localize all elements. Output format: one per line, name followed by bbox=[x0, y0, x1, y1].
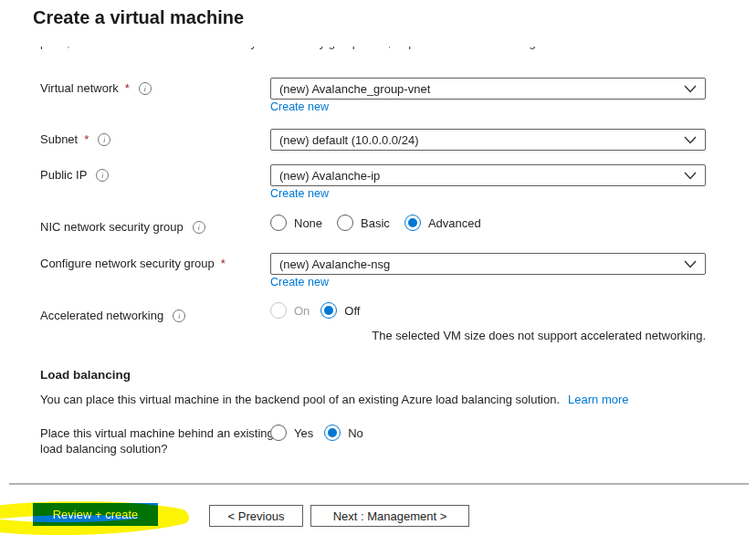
radio-icon[interactable] bbox=[270, 425, 287, 441]
radio-option-advanced[interactable]: Advanced bbox=[404, 215, 481, 231]
radio-icon-disabled bbox=[270, 302, 287, 319]
next-management-button[interactable]: Next : Management > bbox=[310, 505, 469, 527]
info-icon[interactable]: i bbox=[98, 133, 110, 146]
intro-clipped-text: ports, inbound and outbound connectivity… bbox=[40, 47, 698, 53]
page-title: Create a virtual machine bbox=[33, 7, 244, 28]
radio-icon-selected[interactable] bbox=[404, 215, 421, 231]
accelerated-networking-note: The selected VM size does not support ac… bbox=[270, 329, 706, 342]
radio-option-none[interactable]: None bbox=[270, 215, 322, 231]
chevron-down-icon bbox=[684, 172, 697, 180]
public-ip-create-new-link[interactable]: Create new bbox=[270, 187, 329, 200]
load-balancing-question: Place this virtual machine behind an exi… bbox=[40, 425, 276, 456]
load-balancing-description: You can place this virtual machine in th… bbox=[40, 393, 629, 406]
footer-divider bbox=[9, 483, 749, 485]
public-ip-label: Public IPi bbox=[40, 168, 109, 182]
required-asterisk: * bbox=[125, 81, 130, 95]
radio-icon-selected[interactable] bbox=[320, 302, 337, 319]
public-ip-dropdown[interactable]: (new) Avalanche-ip bbox=[270, 164, 706, 186]
create-vm-page: Create a virtual machine ports, inbound … bbox=[0, 0, 756, 535]
configure-nsg-label: Configure network security group* bbox=[40, 257, 226, 270]
accelerated-networking-radio-group: On Off bbox=[270, 302, 374, 319]
chevron-down-icon bbox=[684, 260, 697, 268]
load-balancing-radio-group: Yes No bbox=[270, 425, 378, 441]
virtual-network-create-new-link[interactable]: Create new bbox=[270, 100, 329, 113]
radio-icon[interactable] bbox=[270, 215, 287, 231]
subnet-dropdown[interactable]: (new) default (10.0.0.0/24) bbox=[270, 129, 706, 151]
info-icon[interactable]: i bbox=[96, 169, 109, 182]
subnet-label: Subnet*i bbox=[40, 132, 110, 146]
nic-nsg-radio-group: None Basic Advanced bbox=[270, 215, 496, 231]
review-create-button[interactable]: Review + create bbox=[33, 503, 158, 526]
info-icon[interactable]: i bbox=[173, 309, 185, 322]
radio-icon-selected[interactable] bbox=[324, 425, 341, 441]
virtual-network-label: Virtual network*i bbox=[40, 81, 152, 95]
radio-option-off[interactable]: Off bbox=[320, 302, 360, 319]
configure-nsg-create-new-link[interactable]: Create new bbox=[270, 276, 329, 288]
chevron-down-icon bbox=[684, 136, 697, 144]
info-icon[interactable]: i bbox=[193, 221, 205, 234]
required-asterisk: * bbox=[221, 257, 226, 270]
previous-button[interactable]: < Previous bbox=[209, 505, 303, 527]
radio-option-no[interactable]: No bbox=[324, 425, 363, 441]
radio-option-basic[interactable]: Basic bbox=[337, 215, 390, 231]
chevron-down-icon bbox=[684, 85, 697, 93]
learn-more-link[interactable]: Learn more bbox=[568, 393, 628, 406]
nic-nsg-label: NIC network security groupi bbox=[40, 220, 205, 234]
load-balancing-heading: Load balancing bbox=[40, 368, 131, 382]
info-icon[interactable]: i bbox=[139, 82, 152, 95]
radio-option-on-disabled: On bbox=[270, 302, 310, 319]
accelerated-networking-label: Accelerated networkingi bbox=[40, 309, 185, 322]
configure-nsg-dropdown[interactable]: (new) Avalanche-nsg bbox=[270, 253, 706, 275]
required-asterisk: * bbox=[84, 132, 89, 146]
virtual-network-dropdown[interactable]: (new) Avalanche_group-vnet bbox=[270, 78, 706, 100]
radio-icon[interactable] bbox=[337, 215, 353, 231]
radio-option-yes[interactable]: Yes bbox=[270, 425, 313, 441]
